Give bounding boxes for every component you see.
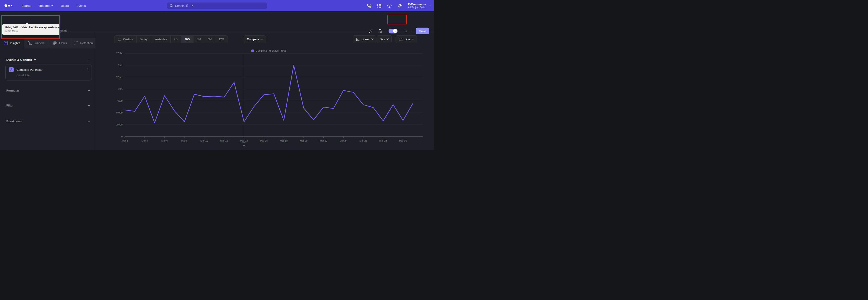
search-placeholder: Search ⌘ + K (175, 4, 193, 7)
tab-flows[interactable]: Flows (48, 38, 72, 49)
more-menu[interactable]: ••• (403, 29, 407, 33)
sampling-toggle[interactable] (389, 29, 398, 33)
save-button[interactable]: Save (416, 28, 429, 34)
filter-section: Filter + (6, 103, 90, 108)
tab-label: Retention (80, 41, 93, 45)
tab-insights[interactable]: Insights (0, 38, 24, 49)
chart-legend[interactable]: Complete Purchase - Total (125, 49, 413, 52)
add-breakdown-button[interactable]: + (88, 119, 90, 123)
range-7d[interactable]: 7D (170, 36, 181, 43)
mixpanel-logo-icon[interactable] (4, 4, 12, 7)
events-cohorts-header: Events & Cohorts + (6, 58, 90, 62)
tab-label: Insights (10, 41, 20, 45)
funnels-icon (28, 41, 32, 45)
y-axis-label: 10K (118, 88, 123, 90)
x-axis-label: Mar 6 (161, 139, 168, 142)
add-filter-button[interactable]: + (88, 103, 90, 108)
range-today[interactable]: Today (136, 36, 151, 43)
range-label: Custom (123, 38, 133, 41)
learn-more-link[interactable]: Learn More (5, 30, 18, 32)
nav-label: Reports (39, 4, 50, 7)
breakdown-section: Breakdown + (6, 119, 90, 123)
x-axis-label: Mar 16 (260, 139, 268, 142)
calendar-icon (118, 37, 121, 41)
kebab-menu-icon[interactable]: ⋮ (86, 68, 89, 71)
flows-icon (53, 41, 57, 45)
nav-item-boards[interactable]: Boards (22, 4, 31, 7)
add-event-button[interactable]: + (88, 58, 90, 62)
chevron-down-icon (261, 38, 263, 40)
chevron-down-icon (386, 38, 389, 40)
nav-item-events[interactable]: Events (76, 4, 86, 7)
help-icon[interactable]: ? (387, 3, 392, 8)
tab-funnels[interactable]: Funnels (24, 38, 48, 49)
range-6m[interactable]: 6M (204, 36, 215, 43)
linear-dropdown[interactable]: Linear (352, 35, 376, 43)
y-axis-label: 17.5K (116, 52, 123, 55)
mixpanel-app: BoardsReportsUsersEvents Search ⌘ + K (0, 0, 434, 150)
report-type-tabs: InsightsFunnelsFlowsRetention (0, 38, 95, 49)
header-actions-divider (412, 29, 412, 33)
x-axis-label: Mar 18 (280, 139, 287, 142)
x-axis-label: Mar 22 (320, 139, 327, 142)
range-12m[interactable]: 12M (215, 36, 227, 43)
formulas-label: Formulas (6, 89, 20, 92)
day-dropdown[interactable]: Day (377, 35, 392, 43)
x-axis-label: Mar 24 (340, 139, 347, 142)
tab-label: Funnels (34, 41, 44, 45)
x-axis-label: Mar 28 (379, 139, 387, 142)
axis-icon (356, 37, 360, 41)
insights-icon (4, 41, 8, 45)
chevron-down-icon (412, 38, 414, 40)
formulas-section: Formulas + (6, 89, 90, 92)
pagination-page[interactable]: 1 (242, 143, 246, 147)
nav-label: Boards (22, 4, 31, 7)
data-management-icon[interactable] (367, 3, 371, 8)
legend-swatch (251, 50, 254, 52)
range-custom[interactable]: Custom (114, 36, 136, 43)
apps-grid-icon[interactable] (377, 4, 381, 8)
x-axis-label: Mar 30 (399, 139, 407, 142)
tab-retention[interactable]: Retention (72, 38, 96, 49)
range-yesterday[interactable]: Yesterday (151, 36, 170, 43)
x-axis-label: Mar 2 (122, 139, 128, 142)
chart-data-line[interactable] (125, 65, 413, 123)
settings-gear-icon[interactable] (398, 3, 402, 8)
x-axis-label: Mar 12 (220, 139, 228, 142)
tooltip-text: Using 10% of data. Results are approxima… (5, 26, 57, 29)
search-input[interactable]: Search ⌘ + K (167, 2, 267, 9)
nav-label: Users (61, 4, 69, 7)
range-30d[interactable]: 30D (181, 36, 193, 43)
range-label: 7D (174, 38, 178, 41)
range-3m[interactable]: 3M (193, 36, 204, 43)
filter-label: Filter (6, 104, 13, 107)
project-scope: All Project Data (408, 6, 426, 9)
nav-item-reports[interactable]: Reports (39, 4, 53, 7)
x-axis-label: Mar 8 (181, 139, 188, 142)
search-icon (170, 4, 173, 7)
tab-label: Flows (59, 41, 67, 45)
event-card[interactable]: A Complete Purchase ⋮ Count Total (5, 64, 92, 81)
sidebar-divider (95, 31, 95, 150)
range-label: 30D (185, 38, 190, 41)
compare-button[interactable]: Compare (244, 35, 266, 43)
range-label: Today (140, 38, 147, 41)
range-label: 12M (219, 38, 224, 41)
duplicate-add-icon[interactable] (378, 29, 383, 33)
range-label: 3M (197, 38, 201, 41)
event-letter-badge: A (9, 67, 14, 72)
events-cohorts-label[interactable]: Events & Cohorts (6, 58, 36, 61)
add-formula-button[interactable]: + (88, 89, 90, 92)
project-selector[interactable]: E-Commerce All Project Data (408, 2, 430, 9)
svg-text:?: ? (389, 4, 390, 7)
nav-item-users[interactable]: Users (61, 4, 69, 7)
line-dropdown[interactable]: Line (396, 35, 417, 43)
event-metric[interactable]: Count Total (17, 74, 92, 77)
chevron-down-icon (34, 59, 36, 61)
range-label: Yesterday (154, 38, 167, 41)
linechart-icon (399, 37, 403, 41)
sampling-tooltip: Using 10% of data. Results are approxima… (2, 24, 60, 35)
share-link-icon[interactable] (368, 29, 373, 33)
x-axis-label: Mar 20 (300, 139, 307, 142)
breakdown-label: Breakdown (6, 120, 22, 123)
